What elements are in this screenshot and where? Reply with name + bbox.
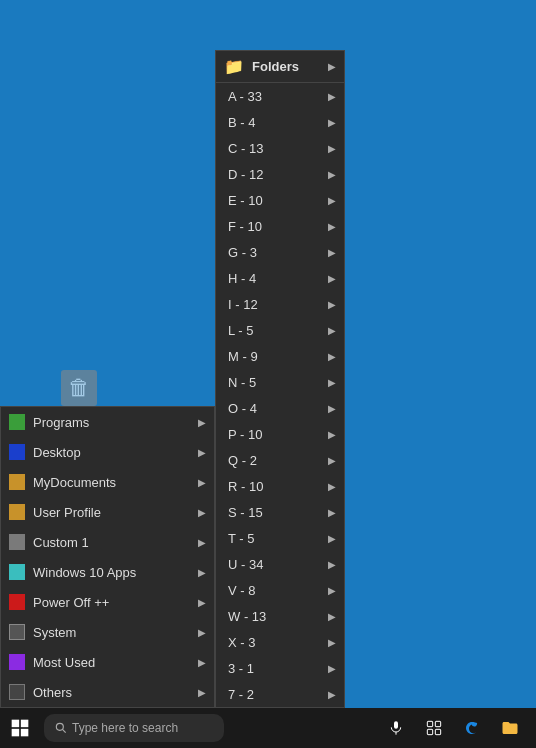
user-profile-arrow: ▶ (198, 507, 206, 518)
microphone-icon[interactable] (378, 708, 414, 748)
poweroff-label: Power Off ++ (33, 595, 198, 610)
folder-item-u34[interactable]: U - 34 ▶ (216, 551, 344, 577)
system-arrow: ▶ (198, 627, 206, 638)
programs-arrow: ▶ (198, 417, 206, 428)
menu-item-mostused[interactable]: Most Used ▶ (1, 647, 214, 677)
mostused-label: Most Used (33, 655, 198, 670)
folder-item-f10[interactable]: F - 10 ▶ (216, 213, 344, 239)
windows-icon (10, 718, 30, 738)
menu-item-system[interactable]: System ▶ (1, 617, 214, 647)
mostused-color (9, 654, 25, 670)
svg-rect-10 (427, 729, 432, 734)
others-label: Others (33, 685, 198, 700)
folder-item-i12[interactable]: I - 12 ▶ (216, 291, 344, 317)
svg-rect-8 (427, 721, 432, 726)
poweroff-arrow: ▶ (198, 597, 206, 608)
svg-rect-2 (12, 729, 20, 737)
svg-rect-3 (21, 729, 29, 737)
desktop-arrow: ▶ (198, 447, 206, 458)
search-icon (54, 721, 68, 735)
system-color (9, 624, 25, 640)
folder-item-l5[interactable]: L - 5 ▶ (216, 317, 344, 343)
svg-rect-6 (394, 721, 398, 728)
svg-line-5 (62, 729, 65, 732)
menu-item-poweroff[interactable]: Power Off ++ ▶ (1, 587, 214, 617)
folder-item-g3[interactable]: G - 3 ▶ (216, 239, 344, 265)
user-profile-color (9, 504, 25, 520)
taskbar: Type here to search (0, 708, 536, 748)
custom1-label: Custom 1 (33, 535, 198, 550)
folder-item-e10[interactable]: E - 10 ▶ (216, 187, 344, 213)
folder-item-31[interactable]: 3 - 1 ▶ (216, 655, 344, 681)
system-label: System (33, 625, 198, 640)
custom1-arrow: ▶ (198, 537, 206, 548)
user-profile-label: User Profile (33, 505, 198, 520)
svg-rect-0 (12, 720, 20, 728)
folders-header-label: Folders (252, 59, 328, 74)
folder-item-c13[interactable]: C - 13 ▶ (216, 135, 344, 161)
windows10apps-arrow: ▶ (198, 567, 206, 578)
folder-item-q2[interactable]: Q - 2 ▶ (216, 447, 344, 473)
folder-item-a33[interactable]: A - 33 ▶ (216, 83, 344, 109)
desktop-color (9, 444, 25, 460)
folder-item-v8[interactable]: V - 8 ▶ (216, 577, 344, 603)
folder-icon: 📁 (224, 57, 244, 76)
folder-item-t5[interactable]: T - 5 ▶ (216, 525, 344, 551)
left-context-menu: Programs ▶ Desktop ▶ MyDocuments ▶ User … (0, 406, 215, 708)
folder-item-o4[interactable]: O - 4 ▶ (216, 395, 344, 421)
folder-item-h4[interactable]: H - 4 ▶ (216, 265, 344, 291)
menu-item-custom1[interactable]: Custom 1 ▶ (1, 527, 214, 557)
folder-item-n5[interactable]: N - 5 ▶ (216, 369, 344, 395)
windows10apps-color (9, 564, 25, 580)
svg-rect-1 (21, 720, 29, 728)
mydocuments-arrow: ▶ (198, 477, 206, 488)
folder-item-d12[interactable]: D - 12 ▶ (216, 161, 344, 187)
edge-icon[interactable] (454, 708, 490, 748)
folder-item-p10[interactable]: P - 10 ▶ (216, 421, 344, 447)
mydocuments-label: MyDocuments (33, 475, 198, 490)
menu-item-programs[interactable]: Programs ▶ (1, 407, 214, 437)
mydocuments-color (9, 474, 25, 490)
programs-label: Programs (33, 415, 198, 430)
mostused-arrow: ▶ (198, 657, 206, 668)
folder-item-m9[interactable]: M - 9 ▶ (216, 343, 344, 369)
svg-point-4 (56, 723, 63, 730)
menu-item-user-profile[interactable]: User Profile ▶ (1, 497, 214, 527)
folders-header-arrow: ▶ (328, 61, 336, 72)
search-placeholder: Type here to search (72, 721, 178, 735)
svg-rect-9 (435, 721, 440, 726)
folder-item-s15[interactable]: S - 15 ▶ (216, 499, 344, 525)
menu-item-others[interactable]: Others ▶ (1, 677, 214, 707)
folder-item-72[interactable]: 7 - 2 ▶ (216, 681, 344, 707)
file-explorer-icon[interactable] (492, 708, 528, 748)
task-view-icon[interactable] (416, 708, 452, 748)
folder-item-b4[interactable]: B - 4 ▶ (216, 109, 344, 135)
menu-item-mydocuments[interactable]: MyDocuments ▶ (1, 467, 214, 497)
folder-item-w13[interactable]: W - 13 ▶ (216, 603, 344, 629)
others-color (9, 684, 25, 700)
programs-color (9, 414, 25, 430)
custom1-color (9, 534, 25, 550)
start-button[interactable] (0, 708, 40, 748)
desktop-label: Desktop (33, 445, 198, 460)
others-arrow: ▶ (198, 687, 206, 698)
folder-item-x3[interactable]: X - 3 ▶ (216, 629, 344, 655)
menu-item-windows10apps[interactable]: Windows 10 Apps ▶ (1, 557, 214, 587)
menu-item-desktop[interactable]: Desktop ▶ (1, 437, 214, 467)
windows10apps-label: Windows 10 Apps (33, 565, 198, 580)
poweroff-color (9, 594, 25, 610)
folders-submenu: 📁 Folders ▶ A - 33 ▶ B - 4 ▶ C - 13 ▶ D … (215, 50, 345, 708)
folder-item-r10[interactable]: R - 10 ▶ (216, 473, 344, 499)
svg-rect-11 (435, 729, 440, 734)
taskbar-system-icons (378, 708, 536, 748)
folders-submenu-header[interactable]: 📁 Folders ▶ (216, 51, 344, 83)
search-bar[interactable]: Type here to search (44, 714, 224, 742)
